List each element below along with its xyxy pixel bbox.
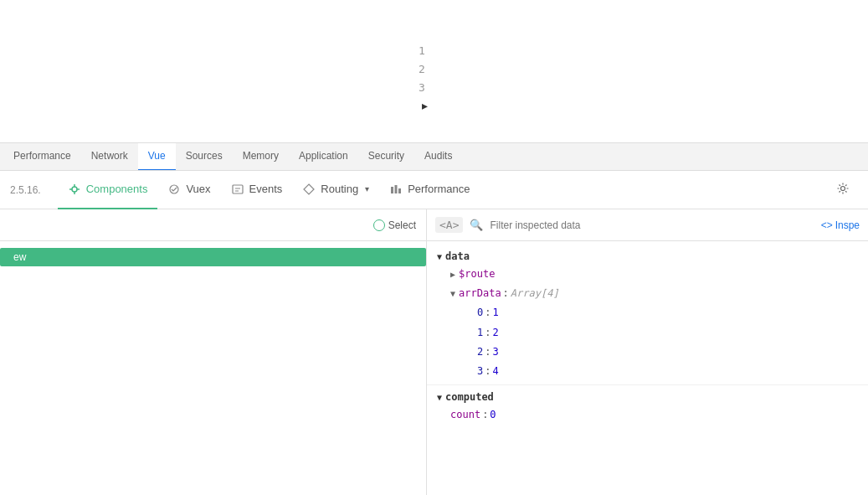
select-button[interactable]: Select <box>373 219 416 231</box>
code-brackets-icon: <> <box>821 219 833 231</box>
vue-version: 2.5.16. <box>10 184 41 196</box>
cursor: ▸ <box>422 99 428 112</box>
events-icon <box>231 183 244 196</box>
vuex-btn[interactable]: Vuex <box>157 171 220 209</box>
tab-network[interactable]: Network <box>81 142 138 171</box>
tab-memory[interactable]: Memory <box>233 142 289 171</box>
tab-sources[interactable]: Sources <box>176 142 233 171</box>
gear-icon <box>836 182 850 195</box>
route-expand-icon: ▶ <box>450 268 455 281</box>
data-section-header[interactable]: ▼ data <box>427 248 868 265</box>
line-numbers: 1 2 3 <box>419 42 425 97</box>
tab-application[interactable]: Application <box>289 142 358 171</box>
tab-performance[interactable]: Performance <box>3 142 81 171</box>
svg-rect-12 <box>398 188 401 193</box>
svg-rect-11 <box>395 185 398 193</box>
svg-point-5 <box>170 185 178 193</box>
routing-label: Routing <box>321 183 358 195</box>
tab-security[interactable]: Security <box>358 142 414 171</box>
computed-section-label: computed <box>445 391 494 403</box>
arr-value-3: 4 <box>492 364 498 379</box>
svg-rect-6 <box>233 185 243 193</box>
svg-point-13 <box>841 187 845 191</box>
arrdata-item[interactable]: ▼ arrData : Array[4] <box>427 284 868 303</box>
svg-point-0 <box>72 187 77 192</box>
left-toolbar: Select <box>0 209 426 241</box>
route-key: $route <box>459 266 495 282</box>
component-list: ew <box>0 241 426 495</box>
devtools-tab-bar: Performance Network Vue Sources Memory A… <box>0 142 868 171</box>
arr-value-2: 3 <box>492 344 498 360</box>
component-icon <box>68 183 81 196</box>
data-expand-icon: ▼ <box>437 252 442 261</box>
arr-item-1: 1 : 2 <box>427 323 868 343</box>
svg-rect-10 <box>391 187 393 193</box>
left-pane: Select ew <box>0 209 427 495</box>
arr-value-0: 1 <box>492 305 498 321</box>
arr-index-0: 0 <box>477 305 483 321</box>
search-icon: 🔍 <box>470 219 483 231</box>
routing-icon <box>302 183 316 196</box>
vuex-icon <box>167 183 181 196</box>
settings-button[interactable] <box>828 177 858 203</box>
component-item-new[interactable]: ew <box>0 248 426 266</box>
arr-index-3: 3 <box>477 364 483 379</box>
events-label: Events <box>249 183 283 195</box>
events-btn[interactable]: Events <box>221 171 293 209</box>
count-value: 0 <box>490 407 496 423</box>
performance-icon <box>389 183 403 196</box>
vue-toolbar: 2.5.16. Components Vuex <box>0 171 868 209</box>
angle-bracket-btn[interactable]: <A> <box>435 217 463 233</box>
count-item: count : 0 <box>427 405 868 425</box>
arrdata-expand-icon: ▼ <box>450 287 455 301</box>
performance-btn[interactable]: Performance <box>379 171 480 209</box>
arr-value-1: 2 <box>492 325 498 341</box>
performance-label: Performance <box>408 183 470 195</box>
computed-section-header[interactable]: ▼ computed <box>427 389 868 405</box>
arr-index-1: 1 <box>477 325 483 341</box>
arr-index-2: 2 <box>477 344 483 360</box>
select-label: Select <box>388 219 416 231</box>
route-item[interactable]: ▶ $route <box>427 265 868 284</box>
components-btn[interactable]: Components <box>58 171 158 209</box>
count-key: count <box>450 407 480 423</box>
components-label: Components <box>86 183 148 195</box>
tab-audits[interactable]: Audits <box>414 142 462 171</box>
line-2: 2 <box>419 60 425 79</box>
arr-item-0: 0 : 1 <box>427 303 868 322</box>
routing-btn[interactable]: Routing ▾ <box>292 171 379 209</box>
arrdata-type: Array[4] <box>511 286 559 302</box>
line-3: 3 <box>419 79 425 97</box>
inspect-button[interactable]: <> Inspe <box>821 219 860 231</box>
select-icon <box>373 219 385 231</box>
line-1: 1 <box>419 42 425 60</box>
tab-vue[interactable]: Vue <box>138 142 176 171</box>
main-content: Select ew <A> 🔍 <> Inspe ▼ data ▶ <box>0 209 868 495</box>
data-section-label: data <box>445 250 470 262</box>
computed-expand-icon: ▼ <box>437 393 442 402</box>
right-toolbar: <A> 🔍 <> Inspe <box>427 209 868 241</box>
vuex-label: Vuex <box>186 183 210 195</box>
right-pane: <A> 🔍 <> Inspe ▼ data ▶ $route ▼ arrDat <box>427 209 868 495</box>
data-tree: ▼ data ▶ $route ▼ arrData : Array[4] 0 :… <box>427 241 868 495</box>
editor-area: 1 2 3 ▸ <box>0 0 868 142</box>
filter-input[interactable] <box>490 219 814 231</box>
inspect-label: Inspe <box>835 219 860 231</box>
arrdata-key: arrData <box>459 286 501 302</box>
section-divider <box>427 384 868 385</box>
svg-marker-9 <box>304 184 314 194</box>
routing-dropdown-icon: ▾ <box>365 184 369 193</box>
arr-item-2: 2 : 3 <box>427 343 868 362</box>
arr-item-3: 3 : 4 <box>427 362 868 381</box>
